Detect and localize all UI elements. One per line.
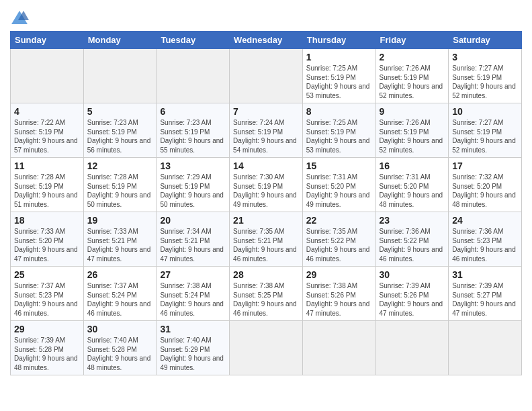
day-info: Sunrise: 7:28 AMSunset: 5:19 PMDaylight:… — [14, 173, 80, 209]
day-info: Sunrise: 7:37 AMSunset: 5:24 PMDaylight:… — [87, 281, 153, 318]
calendar-cell: 1Sunrise: 7:25 AMSunset: 5:19 PMDaylight… — [302, 49, 375, 103]
day-info: Sunrise: 7:39 AMSunset: 5:28 PMDaylight:… — [14, 336, 80, 372]
day-info: Sunrise: 7:38 AMSunset: 5:25 PMDaylight:… — [233, 281, 299, 318]
day-info: Sunrise: 7:33 AMSunset: 5:20 PMDaylight:… — [14, 227, 80, 263]
calendar-cell: 7Sunrise: 7:24 AMSunset: 5:19 PMDaylight… — [230, 103, 303, 158]
day-number: 27 — [160, 269, 226, 280]
day-number: 29 — [14, 324, 80, 334]
header — [10, 7, 522, 28]
day-info: Sunrise: 7:40 AMSunset: 5:29 PMDaylight:… — [160, 336, 226, 372]
day-info: Sunrise: 7:29 AMSunset: 5:19 PMDaylight:… — [160, 173, 226, 209]
col-thursday: Thursday — [302, 32, 375, 49]
calendar-cell: 29Sunrise: 7:39 AMSunset: 5:28 PMDayligh… — [11, 321, 84, 375]
day-number: 21 — [233, 215, 299, 226]
day-info: Sunrise: 7:35 AMSunset: 5:21 PMDaylight:… — [233, 227, 299, 263]
calendar-cell: 14Sunrise: 7:30 AMSunset: 5:19 PMDayligh… — [230, 158, 303, 212]
day-number: 8 — [306, 106, 372, 117]
calendar-cell: 3Sunrise: 7:27 AMSunset: 5:19 PMDaylight… — [449, 49, 522, 103]
calendar-cell: 16Sunrise: 7:31 AMSunset: 5:20 PMDayligh… — [375, 158, 449, 212]
calendar-cell: 29Sunrise: 7:38 AMSunset: 5:26 PMDayligh… — [302, 267, 375, 321]
calendar-cell — [230, 321, 303, 375]
day-number: 31 — [160, 324, 226, 334]
day-info: Sunrise: 7:26 AMSunset: 5:19 PMDaylight:… — [380, 118, 445, 154]
day-info: Sunrise: 7:26 AMSunset: 5:19 PMDaylight:… — [380, 64, 445, 100]
calendar-cell: 13Sunrise: 7:29 AMSunset: 5:19 PMDayligh… — [157, 158, 230, 212]
calendar-cell: 2Sunrise: 7:26 AMSunset: 5:19 PMDaylight… — [375, 49, 449, 103]
day-info: Sunrise: 7:27 AMSunset: 5:19 PMDaylight:… — [452, 64, 518, 100]
col-tuesday: Tuesday — [157, 32, 230, 49]
calendar-cell: 10Sunrise: 7:27 AMSunset: 5:19 PMDayligh… — [449, 103, 522, 158]
calendar-cell: 6Sunrise: 7:23 AMSunset: 5:19 PMDaylight… — [157, 103, 230, 158]
logo-icon — [10, 9, 29, 28]
day-info: Sunrise: 7:25 AMSunset: 5:19 PMDaylight:… — [306, 118, 372, 154]
calendar-week-row: 4Sunrise: 7:22 AMSunset: 5:19 PMDaylight… — [11, 103, 522, 158]
calendar-cell: 15Sunrise: 7:31 AMSunset: 5:20 PMDayligh… — [302, 158, 375, 212]
day-number: 20 — [160, 215, 226, 226]
page-container: Sunday Monday Tuesday Wednesday Thursday… — [0, 0, 532, 382]
day-info: Sunrise: 7:31 AMSunset: 5:20 PMDaylight:… — [380, 173, 445, 209]
day-number: 6 — [160, 106, 226, 117]
calendar-cell: 30Sunrise: 7:39 AMSunset: 5:26 PMDayligh… — [375, 267, 449, 321]
calendar-table: Sunday Monday Tuesday Wednesday Thursday… — [10, 31, 522, 375]
day-number: 24 — [452, 215, 518, 226]
day-number: 25 — [14, 269, 80, 280]
calendar-cell: 26Sunrise: 7:37 AMSunset: 5:24 PMDayligh… — [83, 267, 157, 321]
col-sunday: Sunday — [11, 32, 84, 49]
day-number: 10 — [452, 106, 518, 117]
calendar-cell: 20Sunrise: 7:34 AMSunset: 5:21 PMDayligh… — [157, 212, 230, 267]
day-number: 13 — [160, 161, 226, 171]
calendar-cell: 12Sunrise: 7:28 AMSunset: 5:19 PMDayligh… — [83, 158, 157, 212]
day-number: 11 — [14, 161, 80, 171]
calendar-week-row: 29Sunrise: 7:39 AMSunset: 5:28 PMDayligh… — [11, 321, 522, 375]
day-number: 22 — [306, 215, 372, 226]
calendar-cell — [157, 49, 230, 103]
day-info: Sunrise: 7:23 AMSunset: 5:19 PMDaylight:… — [160, 118, 226, 154]
day-number: 30 — [380, 269, 445, 280]
day-info: Sunrise: 7:36 AMSunset: 5:22 PMDaylight:… — [380, 227, 445, 263]
calendar-cell: 24Sunrise: 7:36 AMSunset: 5:23 PMDayligh… — [449, 212, 522, 267]
calendar-cell — [375, 321, 449, 375]
day-number: 17 — [452, 161, 518, 171]
day-info: Sunrise: 7:38 AMSunset: 5:24 PMDaylight:… — [160, 281, 226, 318]
calendar-cell: 8Sunrise: 7:25 AMSunset: 5:19 PMDaylight… — [302, 103, 375, 158]
day-info: Sunrise: 7:30 AMSunset: 5:19 PMDaylight:… — [233, 173, 299, 209]
calendar-cell — [302, 321, 375, 375]
calendar-week-row: 18Sunrise: 7:33 AMSunset: 5:20 PMDayligh… — [11, 212, 522, 267]
day-number: 16 — [380, 161, 445, 171]
col-friday: Friday — [375, 32, 449, 49]
day-info: Sunrise: 7:28 AMSunset: 5:19 PMDaylight:… — [87, 173, 153, 209]
day-number: 12 — [87, 161, 153, 171]
calendar-cell: 28Sunrise: 7:38 AMSunset: 5:25 PMDayligh… — [230, 267, 303, 321]
calendar-cell — [449, 321, 522, 375]
calendar-cell: 11Sunrise: 7:28 AMSunset: 5:19 PMDayligh… — [11, 158, 84, 212]
calendar-week-row: 11Sunrise: 7:28 AMSunset: 5:19 PMDayligh… — [11, 158, 522, 212]
day-info: Sunrise: 7:40 AMSunset: 5:28 PMDaylight:… — [87, 336, 153, 372]
calendar-cell: 5Sunrise: 7:23 AMSunset: 5:19 PMDaylight… — [83, 103, 157, 158]
day-info: Sunrise: 7:23 AMSunset: 5:19 PMDaylight:… — [87, 118, 153, 154]
day-number: 14 — [233, 161, 299, 171]
day-info: Sunrise: 7:38 AMSunset: 5:26 PMDaylight:… — [306, 281, 372, 318]
calendar-cell: 19Sunrise: 7:33 AMSunset: 5:21 PMDayligh… — [83, 212, 157, 267]
calendar-cell: 31Sunrise: 7:40 AMSunset: 5:29 PMDayligh… — [157, 321, 230, 375]
day-number: 23 — [380, 215, 445, 226]
day-info: Sunrise: 7:24 AMSunset: 5:19 PMDaylight:… — [233, 118, 299, 154]
day-info: Sunrise: 7:34 AMSunset: 5:21 PMDaylight:… — [160, 227, 226, 263]
day-info: Sunrise: 7:25 AMSunset: 5:19 PMDaylight:… — [306, 64, 372, 100]
calendar-cell: 9Sunrise: 7:26 AMSunset: 5:19 PMDaylight… — [375, 103, 449, 158]
calendar-cell: 23Sunrise: 7:36 AMSunset: 5:22 PMDayligh… — [375, 212, 449, 267]
day-number: 3 — [452, 52, 518, 62]
logo — [10, 9, 32, 28]
calendar-cell: 25Sunrise: 7:37 AMSunset: 5:23 PMDayligh… — [11, 267, 84, 321]
calendar-week-row: 25Sunrise: 7:37 AMSunset: 5:23 PMDayligh… — [11, 267, 522, 321]
day-info: Sunrise: 7:37 AMSunset: 5:23 PMDaylight:… — [14, 281, 80, 318]
day-info: Sunrise: 7:31 AMSunset: 5:20 PMDaylight:… — [306, 173, 372, 209]
calendar-week-row: 1Sunrise: 7:25 AMSunset: 5:19 PMDaylight… — [11, 49, 522, 103]
calendar-cell: 17Sunrise: 7:32 AMSunset: 5:20 PMDayligh… — [449, 158, 522, 212]
day-number: 2 — [380, 52, 445, 62]
day-number: 18 — [14, 215, 80, 226]
day-number: 5 — [87, 106, 153, 117]
calendar-cell: 30Sunrise: 7:40 AMSunset: 5:28 PMDayligh… — [83, 321, 157, 375]
calendar-cell — [230, 49, 303, 103]
day-info: Sunrise: 7:27 AMSunset: 5:19 PMDaylight:… — [452, 118, 518, 154]
calendar-cell: 18Sunrise: 7:33 AMSunset: 5:20 PMDayligh… — [11, 212, 84, 267]
